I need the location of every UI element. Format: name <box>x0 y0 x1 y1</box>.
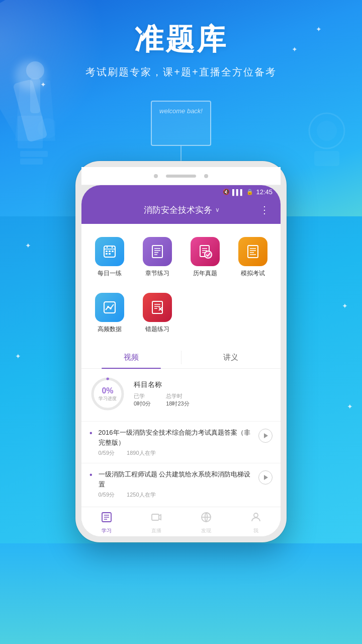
sparkle-5: ✦ <box>342 302 348 310</box>
course-title-1: 2016年一级消防安全技术综合能力考试真题答案（非完整版） <box>99 428 254 447</box>
discover-nav-label: 发现 <box>201 527 211 534</box>
study-nav-label: 学习 <box>102 527 112 534</box>
svg-rect-9 <box>314 151 339 166</box>
feature-wrong-answers[interactable]: 错题练习 <box>134 289 180 338</box>
svg-rect-19 <box>152 246 162 258</box>
hero-subtitle: 考试刷题专家，课+题+直播全方位备考 <box>0 65 362 79</box>
play-icon-2 <box>264 475 268 480</box>
nav-item-discover[interactable]: 发现 <box>181 511 231 534</box>
play-button-1[interactable] <box>258 429 273 443</box>
mute-icon: 🔇 <box>223 189 230 195</box>
feature-daily-practice[interactable]: 每日一练 <box>86 233 132 282</box>
past-exams-icon <box>191 237 220 266</box>
welcome-text: welcome back! <box>152 102 210 121</box>
live-nav-label: 直播 <box>151 527 161 534</box>
tab-notes[interactable]: 讲义 <box>182 347 281 368</box>
course-students-1: 1890人在学 <box>127 449 155 457</box>
nav-item-study[interactable]: 学习 <box>81 511 131 534</box>
high-freq-label: 高频数据 <box>98 325 122 334</box>
svg-rect-29 <box>248 246 258 258</box>
course-list: • 2016年一级消防安全技术综合能力考试真题答案（非完整版） 0/59分 18… <box>81 419 281 507</box>
app-main-content: 每日一练 章节练习 <box>81 224 281 536</box>
past-exams-label: 历年真题 <box>193 269 217 278</box>
svg-point-28 <box>205 251 212 258</box>
feature-chapter-practice[interactable]: 章节练习 <box>134 233 180 282</box>
svg-point-35 <box>107 306 109 308</box>
course-students-2: 1250人在学 <box>127 491 155 499</box>
signal-icon: ▌▌▌ <box>232 189 244 195</box>
feature-grid-row1: 每日一练 章节练习 <box>81 224 281 287</box>
app-header-title[interactable]: 消防安全技术实务 ∨ <box>144 204 220 216</box>
time-info-row: 已学 0时0分 总学时 18时23分 <box>134 392 273 408</box>
svg-rect-14 <box>106 251 108 252</box>
deco-left <box>15 111 55 173</box>
progress-text: 0% 学习进度 <box>99 386 117 402</box>
high-freq-icon <box>95 293 124 322</box>
time-display: 12:45 <box>256 188 273 196</box>
daily-practice-label: 每日一练 <box>98 269 122 278</box>
status-bar: 🔇 ▌▌▌ 🔒 12:45 <box>81 185 281 199</box>
tab-video[interactable]: 视频 <box>81 347 181 368</box>
deco-right <box>307 111 347 173</box>
sparkle-7: ✦ <box>347 403 353 411</box>
svg-point-52 <box>254 513 258 517</box>
studied-time: 已学 0时0分 <box>134 392 151 408</box>
chapter-practice-icon <box>143 237 172 266</box>
nav-item-live[interactable]: 直播 <box>131 511 181 534</box>
nav-item-me[interactable]: 我 <box>231 511 281 534</box>
svg-rect-37 <box>152 301 162 313</box>
svg-rect-49 <box>152 514 159 520</box>
chapter-practice-label: 章节练习 <box>145 269 169 278</box>
bottom-navigation: 学习 直播 <box>81 507 281 536</box>
course-title-2: 一级消防工程师试题 公共建筑给水系统和消防电梯设置 <box>99 469 254 489</box>
svg-rect-18 <box>109 253 111 255</box>
course-bullet-2: • <box>89 470 93 479</box>
status-icons: 🔇 ▌▌▌ 🔒 12:45 <box>223 188 273 196</box>
wrong-answers-icon <box>143 293 172 322</box>
camera-dot <box>154 174 158 178</box>
course-score-1: 0/59分 <box>99 449 115 457</box>
bottom-background <box>0 543 362 644</box>
play-icon-1 <box>264 433 268 438</box>
whiteboard-decoration: welcome back! <box>151 101 211 170</box>
svg-point-8 <box>317 121 337 141</box>
phone-screen: 🔇 ▌▌▌ 🔒 12:45 消防安全技术实务 ∨ ⋮ <box>81 185 281 536</box>
subject-name: 科目名称 <box>134 380 273 389</box>
play-button-2[interactable] <box>258 470 273 485</box>
feature-mock-exam[interactable]: 模拟考试 <box>230 233 276 282</box>
course-item-content-1: 2016年一级消防安全技术综合能力考试真题答案（非完整版） 0/59分 1890… <box>99 428 254 457</box>
live-nav-icon <box>150 511 162 526</box>
discover-nav-icon <box>200 511 212 526</box>
svg-rect-4 <box>20 151 48 157</box>
hero-text-area: 准题库 考试刷题专家，课+题+直播全方位备考 <box>0 20 362 79</box>
battery-icon: 🔒 <box>246 189 253 195</box>
progress-section: 0% 学习进度 科目名称 已学 0时0分 总学时 <box>81 369 281 419</box>
course-score-2: 0/59分 <box>99 491 115 499</box>
progress-info: 科目名称 已学 0时0分 总学时 18时23分 <box>134 380 273 408</box>
course-item[interactable]: • 2016年一级消防安全技术综合能力考试真题答案（非完整版） 0/59分 18… <box>81 421 281 463</box>
sparkle-6: ✦ <box>15 352 21 360</box>
course-item-2[interactable]: • 一级消防工程师试题 公共建筑给水系统和消防电梯设置 0/59分 1250人在… <box>81 463 281 505</box>
course-meta-1: 0/59分 1890人在学 <box>99 449 254 457</box>
svg-rect-15 <box>109 251 111 252</box>
mock-exam-icon <box>238 237 267 266</box>
chevron-down-icon: ∨ <box>215 206 220 213</box>
svg-point-36 <box>110 307 112 309</box>
course-item-content-2: 一级消防工程师试题 公共建筑给水系统和消防电梯设置 0/59分 1250人在学 <box>99 469 254 499</box>
course-title: 消防安全技术实务 <box>144 204 212 216</box>
me-nav-label: 我 <box>253 527 258 534</box>
feature-high-freq[interactable]: 高频数据 <box>86 289 132 338</box>
course-bullet-1: • <box>89 429 93 438</box>
more-options-button[interactable]: ⋮ <box>259 204 270 216</box>
phone-shell: 🔇 ▌▌▌ 🔒 12:45 消防安全技术实务 ∨ ⋮ <box>75 161 287 542</box>
app-header: 消防安全技术实务 ∨ ⋮ <box>81 199 281 224</box>
phone-mockup: 🔇 ▌▌▌ 🔒 12:45 消防安全技术实务 ∨ ⋮ <box>75 161 287 542</box>
feature-past-exams[interactable]: 历年真题 <box>182 233 228 282</box>
me-nav-icon <box>250 511 262 526</box>
svg-rect-5 <box>20 158 43 165</box>
progress-circle: 0% 学习进度 <box>89 376 126 412</box>
phone-top-bar <box>81 167 281 185</box>
svg-rect-16 <box>112 251 114 252</box>
mock-exam-label: 模拟考试 <box>241 269 265 278</box>
wrong-answers-label: 错题练习 <box>145 325 169 334</box>
